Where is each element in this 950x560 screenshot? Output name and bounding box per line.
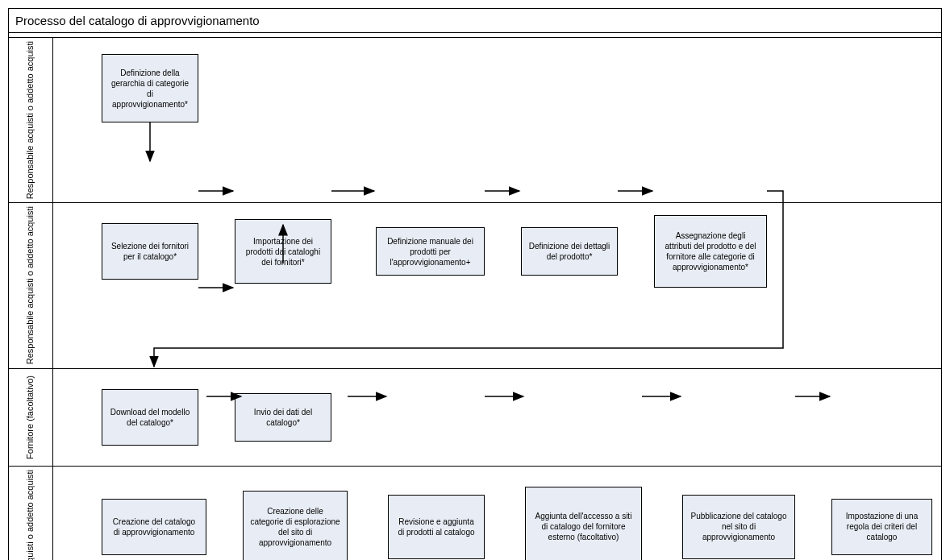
lane-label-0: Responsabile acquisti o addetto acquisti [9,38,53,202]
lane-label-1: Responsabile acquisti o addetto acquisti [9,203,53,367]
box-policy-rule: Impostazione di una regola dei criteri d… [831,499,932,555]
box-add-external: Aggiunta dell'accesso a siti di catalogo… [525,487,642,560]
lane-content-0: Definizione della gerarchia di categorie… [53,38,941,143]
lane-0: Responsabile acquisti o addetto acquisti… [9,38,941,203]
box-assign-attributes: Assegnazione degli attributi del prodott… [654,215,767,288]
box-product-details: Definizione dei dettagli del prodotto* [521,227,618,276]
box-select-suppliers: Selezione dei fornitori per il catalogo* [102,223,198,280]
lane-2: Fornitore (facoltativo) Download del mod… [9,369,941,467]
box-publish: Pubblicazione del catalogo nel sito di a… [682,495,795,559]
diagram-title: Processo del catalogo di approvvigioname… [9,9,941,33]
lane-3: Responsabile acquisti o addetto acquisti… [9,467,941,560]
box-create-catalog: Creazione del catalogo di approvvigionam… [102,499,206,555]
box-manual-define: Definizione manuale dei prodotti per l'a… [376,227,485,276]
box-define-hierarchy: Definizione della gerarchia di categorie… [102,54,198,122]
box-create-categories: Creazione delle categorie di esplorazion… [243,491,348,560]
lane-content-3: Creazione del catalogo di approvvigionam… [53,467,941,560]
lane-content-1: Selezione dei fornitori per il catalogo*… [53,203,941,300]
lane-label-2: Fornitore (facoltativo) [9,369,53,466]
lane-label-3: Responsabile acquisti o addetto acquisti [9,467,53,560]
box-review-add: Revisione e aggiunta di prodotti al cata… [388,495,485,559]
lanes-container: Responsabile acquisti o addetto acquisti… [9,38,941,560]
lane-1: Responsabile acquisti o addetto acquisti… [9,203,941,368]
swimlane-diagram: Processo del catalogo di approvvigioname… [8,8,942,560]
box-download-template: Download del modello del catalogo* [102,389,198,446]
box-import-products: Importazione dei prodotti dai cataloghi … [235,219,331,284]
box-send-data: Invio dei dati del catalogo* [235,393,331,442]
lane-content-2: Download del modello del catalogo* Invio… [53,369,941,466]
